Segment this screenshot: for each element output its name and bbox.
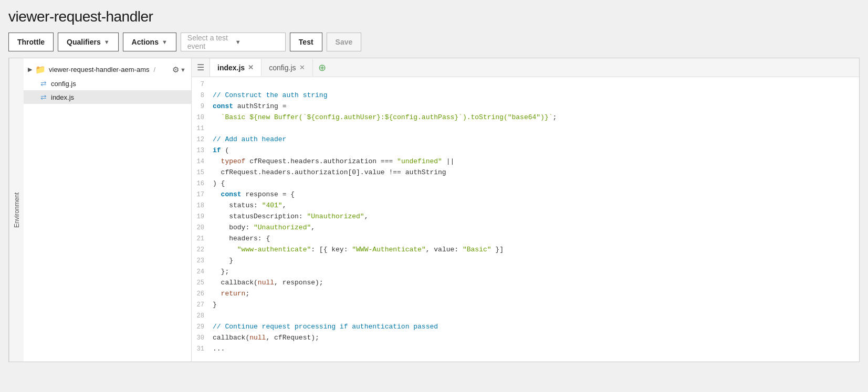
chevron-down-icon: ▼ — [235, 39, 279, 45]
qualifiers-button[interactable]: Qualifiers ▼ — [58, 33, 118, 51]
chevron-down-icon: ▼ — [180, 67, 186, 73]
tab-index-js[interactable]: index.js ✕ — [210, 59, 262, 76]
code-line: 31 ... — [192, 344, 859, 355]
code-line: 29 // Continue request processing if aut… — [192, 322, 859, 333]
environment-label: Environment — [9, 58, 24, 362]
code-line: 13 if ( — [192, 145, 859, 156]
save-button[interactable]: Save — [327, 33, 362, 51]
code-line: 22 "www-authenticate": [{ key: "WWW-Auth… — [192, 245, 859, 256]
chevron-down-icon: ▼ — [162, 39, 168, 45]
code-line: 24 }; — [192, 267, 859, 278]
code-line: 15 cfRequest.headers.authorization[0].va… — [192, 167, 859, 178]
add-tab-button[interactable]: ⊕ — [313, 59, 331, 77]
folder-name: viewer-request-handler-aem-ams — [49, 66, 149, 73]
test-button[interactable]: Test — [290, 33, 322, 51]
code-line: 12 // Add auth header — [192, 134, 859, 145]
main-content: Environment ▶ 📁 viewer-request-handler-a… — [8, 58, 860, 362]
select-test-event-dropdown[interactable]: Select a test event ▼ — [181, 33, 286, 51]
gear-icon: ⚙ — [172, 65, 179, 75]
page-title: viewer-request-handler — [8, 8, 860, 25]
code-line: 14 typeof cfRequest.headers.authorizatio… — [192, 156, 859, 167]
code-editor[interactable]: 7 8 // Construct the auth string 9 const… — [192, 77, 859, 362]
file-item-config[interactable]: ⇄ config.js — [24, 77, 191, 90]
code-line: 9 const authString = — [192, 101, 859, 112]
code-line: 26 return; — [192, 289, 859, 300]
code-line: 28 — [192, 311, 859, 322]
tabs-bar: ☰ index.js ✕ config.js ✕ ⊕ — [192, 58, 859, 77]
code-line: 19 statusDescription: "Unauthorized", — [192, 211, 859, 223]
code-line: 17 const response = { — [192, 189, 859, 200]
file-tree: ▶ 📁 viewer-request-handler-aem-ams / ⚙ ▼… — [24, 58, 192, 362]
file-item-index[interactable]: ⇄ index.js — [24, 90, 191, 104]
folder-arrow-icon: ▶ — [28, 66, 32, 73]
gear-button[interactable]: ⚙ ▼ — [172, 65, 186, 75]
code-line: 16 ) { — [192, 178, 859, 189]
actions-button[interactable]: Actions ▼ — [123, 33, 176, 51]
chevron-down-icon: ▼ — [104, 39, 110, 45]
folder-icon: 📁 — [35, 65, 46, 75]
code-line: 27 } — [192, 300, 859, 311]
code-line: 30 callback(null, cfRequest); — [192, 333, 859, 344]
close-icon[interactable]: ✕ — [299, 64, 305, 71]
code-line: 21 headers: { — [192, 234, 859, 245]
code-line: 7 — [192, 79, 859, 90]
file-icon: ⇄ — [40, 79, 47, 88]
code-line: 23 } — [192, 256, 859, 267]
tab-config-js[interactable]: config.js ✕ — [262, 59, 312, 76]
editor-area: ☰ index.js ✕ config.js ✕ ⊕ 7 8 // — [192, 58, 859, 362]
close-icon[interactable]: ✕ — [248, 64, 254, 71]
code-line: 25 callback(null, response); — [192, 278, 859, 289]
throttle-button[interactable]: Throttle — [8, 33, 54, 51]
folder-header: ▶ 📁 viewer-request-handler-aem-ams / ⚙ ▼ — [24, 62, 191, 77]
code-line: 20 body: "Unauthorized", — [192, 223, 859, 234]
code-line: 18 status: "401", — [192, 200, 859, 211]
code-line: 10 `Basic ${new Buffer(`${config.authUse… — [192, 112, 859, 123]
code-line: 11 — [192, 123, 859, 134]
file-icon: ⇄ — [40, 93, 47, 101]
code-line: 8 // Construct the auth string — [192, 90, 859, 101]
toolbar: Throttle Qualifiers ▼ Actions ▼ Select a… — [8, 33, 860, 51]
file-tab-icon: ☰ — [192, 58, 210, 77]
